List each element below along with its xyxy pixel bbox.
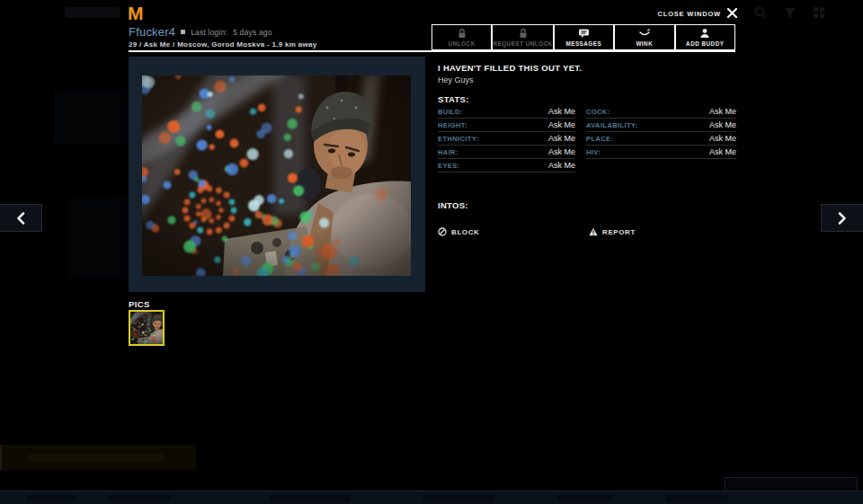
background-bottom-bar (0, 491, 863, 504)
action-label: REQUEST UNLOCK (493, 40, 552, 47)
stat-value: Ask Me (709, 134, 736, 143)
stat-value: Ask Me (709, 107, 736, 116)
report-label: REPORT (602, 228, 636, 236)
stat-row-height: HEIGHT: Ask Me (438, 119, 575, 132)
unlock-button[interactable]: UNLOCK (432, 25, 491, 49)
stat-row-ethnicity: ETHNICITY: Ask Me (438, 132, 575, 146)
action-buttons-strip: UNLOCK REQUEST UNLOCK MESSAGES WINK ADD … (432, 24, 735, 50)
close-window-label: CLOSE WINDOW (658, 10, 721, 18)
profile-details-line: 29 / Ask Me / Moscow, Gorod Moskva - 1.9… (129, 40, 316, 49)
add-buddy-button[interactable]: ADD BUDDY (676, 25, 734, 49)
profile-bio: Hey Guys (438, 75, 474, 84)
pics-thumbnail-image (130, 312, 163, 344)
pics-title: PICS (129, 299, 150, 309)
last-login-label: Last login: (191, 28, 227, 37)
background-footer-link (665, 495, 728, 501)
stat-value: Ask Me (548, 120, 575, 129)
background-footer-link (557, 495, 611, 501)
stat-label: EYES: (438, 162, 460, 170)
background-filter-icon (783, 5, 797, 20)
background-ad-text (29, 454, 164, 461)
request-unlock-button[interactable]: REQUEST UNLOCK (493, 25, 552, 49)
person-add-icon (699, 28, 710, 39)
action-label: WINK (636, 40, 653, 47)
stat-row-place: PLACE: Ask Me (586, 132, 736, 146)
background-footer-link (270, 495, 351, 501)
stat-label: HIV: (586, 148, 601, 156)
stat-label: PLACE: (586, 135, 613, 143)
action-label: MESSAGES (565, 40, 601, 47)
stat-label: COCK: (586, 108, 610, 116)
wink-eye-icon (638, 28, 651, 39)
stat-value: Ask Me (709, 147, 736, 156)
background-grid-icon (812, 5, 826, 20)
stats-column-left: BUILD: Ask Me HEIGHT: Ask Me ETHNICITY: … (438, 105, 575, 172)
profile-header: Ffucker4 Last login: 5 days ago (129, 25, 272, 39)
chat-bubble-icon (578, 28, 590, 39)
stat-label: ETHNICITY: (438, 135, 479, 143)
app-logo[interactable]: M (128, 3, 143, 24)
stat-value: Ask Me (548, 161, 575, 170)
background-profile-card (67, 198, 130, 279)
stat-row-eyes: EYES: Ask Me (438, 159, 575, 172)
last-login-value: 5 days ago (233, 28, 272, 37)
background-footer-link (108, 495, 171, 501)
lock-icon (518, 28, 529, 39)
header-separator (129, 50, 735, 52)
wink-button[interactable]: WINK (615, 25, 673, 49)
stat-row-hair: HAIR: Ask Me (438, 146, 575, 159)
report-button[interactable]: REPORT (589, 224, 636, 240)
stat-label: AVAILABILITY: (586, 121, 638, 129)
profile-headline: I HAVEN'T FILLED THIS OUT YET. (438, 63, 582, 73)
background-ad-banner (0, 445, 196, 470)
username: Ffucker4 (129, 25, 175, 39)
stats-title: STATS: (438, 94, 469, 104)
block-label: BLOCK (451, 228, 479, 236)
close-icon (727, 5, 737, 22)
chevron-left-icon (16, 212, 25, 225)
stat-label: HEIGHT: (438, 121, 467, 129)
intos-title: INTOS: (438, 200, 468, 210)
stat-label: HAIR: (438, 148, 458, 156)
background-site-logo (65, 7, 120, 18)
block-icon (438, 224, 447, 240)
profile-overlay-page: M CLOSE WINDOW Ffucker4 Last login: 5 da… (0, 0, 863, 504)
photo-panel (129, 57, 425, 292)
lock-icon (457, 28, 467, 39)
close-window-button[interactable]: CLOSE WINDOW (629, 6, 737, 21)
stat-value: Ask Me (548, 147, 575, 156)
block-button[interactable]: BLOCK (438, 224, 479, 240)
previous-profile-button[interactable] (0, 204, 42, 232)
stat-row-cock: COCK: Ask Me (586, 105, 736, 119)
background-footer-link (27, 495, 76, 501)
pics-thumbnail[interactable] (129, 310, 165, 346)
stat-value: Ask Me (709, 120, 736, 129)
background-footer-link (423, 495, 494, 501)
background-profile-card (54, 90, 135, 144)
background-outlined-box (725, 477, 858, 491)
report-warning-icon (589, 224, 598, 240)
action-label: ADD BUDDY (686, 40, 724, 47)
profile-photo[interactable] (142, 75, 411, 276)
chevron-right-icon (838, 212, 847, 225)
stat-row-hiv: HIV: Ask Me (586, 146, 736, 159)
stat-value: Ask Me (548, 134, 575, 143)
stat-value: Ask Me (548, 107, 575, 116)
stat-label: BUILD: (438, 108, 463, 116)
background-search-icon (753, 5, 768, 20)
offline-status-icon (181, 30, 185, 34)
stats-column-right: COCK: Ask Me AVAILABILITY: Ask Me PLACE:… (586, 105, 736, 159)
next-profile-button[interactable] (821, 204, 863, 232)
messages-button[interactable]: MESSAGES (555, 25, 613, 49)
action-label: UNLOCK (449, 40, 476, 47)
stat-row-build: BUILD: Ask Me (438, 105, 575, 119)
stat-row-availability: AVAILABILITY: Ask Me (586, 119, 736, 132)
